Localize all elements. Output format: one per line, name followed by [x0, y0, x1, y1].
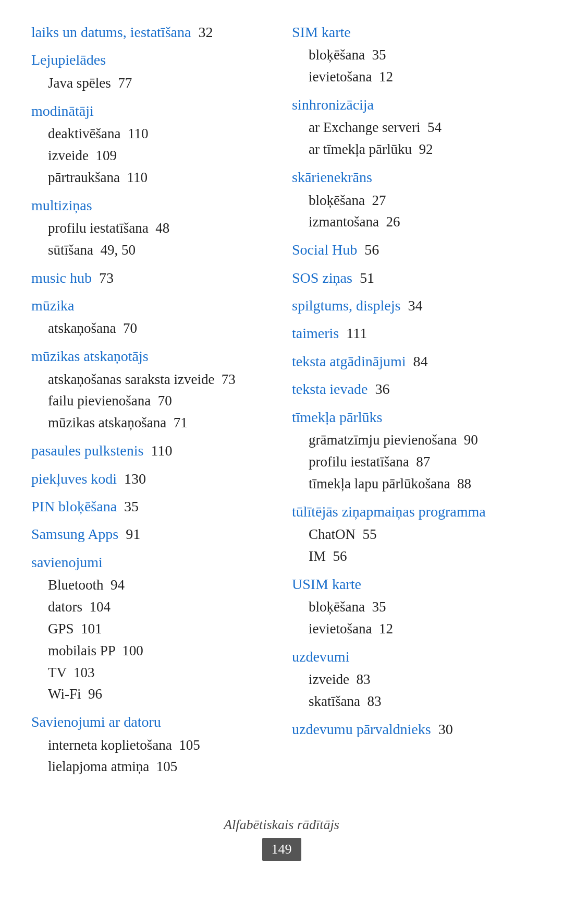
term-line: PIN bloķēšana 35: [31, 495, 271, 518]
index-section: Savienojumi ar datoruinterneta koplietoš…: [31, 711, 271, 778]
term-line: Social Hub 56: [292, 238, 532, 261]
sub-entry: mobilais PP 100: [48, 640, 271, 662]
sub-entry: ievietošana 12: [309, 618, 532, 640]
page-number: 73: [92, 270, 114, 286]
page-number: 56: [357, 242, 379, 258]
index-term: SOS ziņas: [292, 270, 352, 286]
page-number: 84: [406, 353, 428, 369]
index-section: LejupielādesJava spēles 77: [31, 49, 271, 94]
sub-entry: interneta koplietošana 105: [48, 735, 271, 757]
sub-entry: Java spēles 77: [48, 73, 271, 94]
term-line: tūlītējās ziņapmaiņas programma: [292, 500, 532, 523]
index-term: USIM karte: [292, 576, 361, 592]
index-section: PIN bloķēšana 35: [31, 495, 271, 518]
index-term: Lejupielādes: [31, 52, 106, 68]
footer-label: Alfabētiskais rādītājs: [31, 814, 532, 835]
sub-entry: dators 104: [48, 596, 271, 618]
index-section: teksta ievade 36: [292, 378, 532, 400]
footer-page: 149: [262, 838, 301, 861]
term-line: Samsung Apps 91: [31, 523, 271, 545]
index-section: skārienekrānsbloķēšana 27izmantošana 26: [292, 166, 532, 233]
index-section: tūlītējās ziņapmaiņas programmaChatON 55…: [292, 500, 532, 568]
term-line: savienojumi: [31, 551, 271, 573]
index-term: mūzikas atskaņotājs: [31, 348, 149, 364]
term-line: taimeris 111: [292, 322, 532, 344]
sub-entry: izveide 109: [48, 145, 271, 167]
index-section: mūzikas atskaņotājsatskaņošanas saraksta…: [31, 345, 271, 434]
index-term: Savienojumi ar datoru: [31, 714, 161, 730]
index-term: laiks un datums, iestatīšana: [31, 24, 191, 40]
sub-entry: ChatON 55: [309, 524, 532, 546]
index-section: laiks un datums, iestatīšana 32: [31, 21, 271, 43]
term-line: tīmekļa pārlūks: [292, 406, 532, 428]
term-line: music hub 73: [31, 267, 271, 289]
sub-entry: izmantošana 26: [309, 211, 532, 233]
index-term: spilgtums, displejs: [292, 297, 400, 314]
term-line: SOS ziņas 51: [292, 267, 532, 289]
index-term: tīmekļa pārlūks: [292, 409, 382, 425]
page-number: 34: [400, 297, 422, 314]
sub-entry: atskaņošana 70: [48, 318, 271, 340]
sub-entry: bloķēšana 27: [309, 190, 532, 212]
index-term: skārienekrāns: [292, 169, 372, 185]
sub-entry: bloķēšana 35: [309, 44, 532, 66]
index-section: savienojumiBluetooth 94dators 104GPS 101…: [31, 551, 271, 705]
page-number: 91: [118, 526, 140, 542]
index-section: sinhronizācijaar Exchange serveri 54ar t…: [292, 93, 532, 161]
sub-entry: failu pievienošana 70: [48, 390, 271, 412]
term-line: piekļuves kodi 130: [31, 467, 271, 490]
index-term: mūzika: [31, 297, 74, 314]
index-term: multiziņas: [31, 197, 92, 213]
sub-entry: deaktivēšana 110: [48, 123, 271, 145]
term-line: mūzika: [31, 294, 271, 317]
term-line: teksta atgādinājumi 84: [292, 350, 532, 373]
index-section: multiziņasprofilu iestatīšana 48sūtīšana…: [31, 194, 271, 261]
sub-entry: IM 56: [309, 546, 532, 568]
page-number: 32: [191, 24, 213, 40]
page-number: 130: [117, 471, 146, 487]
index-term: taimeris: [292, 325, 339, 341]
index-term: modinātāji: [31, 103, 94, 119]
sub-entry: skatīšana 83: [309, 691, 532, 713]
index-term: Social Hub: [292, 242, 357, 258]
term-line: Lejupielādes: [31, 49, 271, 71]
index-term: SIM karte: [292, 24, 351, 40]
index-section: USIM kartebloķēšana 35ievietošana 12: [292, 573, 532, 640]
sub-entry: ievietošana 12: [309, 66, 532, 88]
sub-entry: atskaņošanas saraksta izveide 73: [48, 369, 271, 391]
index-section: music hub 73: [31, 267, 271, 289]
index-term: piekļuves kodi: [31, 471, 117, 487]
index-section: tīmekļa pārlūksgrāmatzīmju pievienošana …: [292, 406, 532, 495]
index-section: piekļuves kodi 130: [31, 467, 271, 490]
term-line: mūzikas atskaņotājs: [31, 345, 271, 367]
index-term: savienojumi: [31, 554, 103, 570]
index-term: uzdevumu pārvaldnieks: [292, 721, 431, 737]
sub-entry: pārtraukšana 110: [48, 167, 271, 189]
left-column: laiks un datums, iestatīšana 32Lejupielā…: [31, 21, 287, 783]
term-line: USIM karte: [292, 573, 532, 595]
sub-entry: profilu iestatīšana 87: [309, 451, 532, 473]
term-line: uzdevumu pārvaldnieks 30: [292, 718, 532, 740]
index-section: Social Hub 56: [292, 238, 532, 261]
sub-entry: TV 103: [48, 662, 271, 684]
term-line: modinātāji: [31, 100, 271, 122]
term-line: multiziņas: [31, 194, 271, 217]
index-section: modinātājideaktivēšana 110izveide 109pār…: [31, 100, 271, 189]
index-section: SIM kartebloķēšana 35ievietošana 12: [292, 21, 532, 88]
sub-entry: bloķēšana 35: [309, 596, 532, 618]
index-columns: laiks un datums, iestatīšana 32Lejupielā…: [31, 21, 532, 783]
index-term: teksta atgādinājumi: [292, 353, 406, 369]
term-line: teksta ievade 36: [292, 378, 532, 400]
term-line: uzdevumi: [292, 645, 532, 668]
term-line: Savienojumi ar datoru: [31, 711, 271, 733]
sub-entry: Wi-Fi 96: [48, 683, 271, 705]
page-number: 36: [368, 381, 389, 397]
page-number: 30: [431, 721, 453, 737]
index-term: teksta ievade: [292, 381, 368, 397]
sub-entry: grāmatzīmju pievienošana 90: [309, 429, 532, 451]
index-section: mūzikaatskaņošana 70: [31, 294, 271, 340]
term-line: laiks un datums, iestatīšana 32: [31, 21, 271, 43]
index-section: Samsung Apps 91: [31, 523, 271, 545]
index-term: Samsung Apps: [31, 526, 118, 542]
index-section: taimeris 111: [292, 322, 532, 344]
